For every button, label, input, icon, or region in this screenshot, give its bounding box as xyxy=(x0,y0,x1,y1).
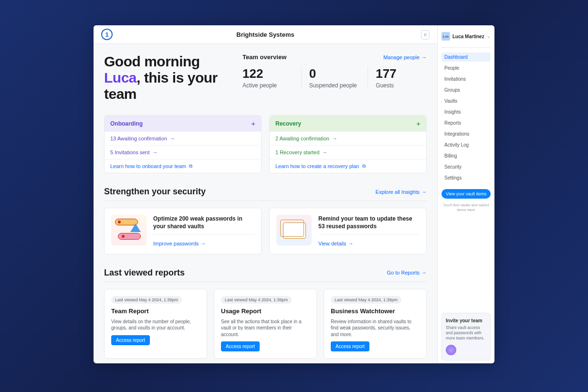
nav-vaults[interactable]: Vaults xyxy=(441,96,491,106)
explore-insights-link[interactable]: Explore all Insights → xyxy=(376,189,427,195)
avatar: Lm xyxy=(441,32,450,41)
goto-reports-link[interactable]: Go to Reports → xyxy=(387,270,427,275)
access-report-button[interactable]: Access report xyxy=(221,341,260,351)
onboarding-add-button[interactable]: + xyxy=(251,119,255,127)
onboarding-card: Onboarding + 13 Awaiting confirmation → … xyxy=(104,115,262,173)
nav-people[interactable]: People xyxy=(441,64,491,73)
arrow-right-icon: → xyxy=(421,189,427,195)
nav-insights[interactable]: Insights xyxy=(441,107,491,117)
access-report-button[interactable]: Access report xyxy=(331,341,369,351)
recovery-title: Recovery xyxy=(275,120,301,127)
stat-suspended: 0 Suspended people xyxy=(302,66,368,89)
nav-activity-log[interactable]: Activity Log xyxy=(441,140,491,149)
external-link-icon: ⧉ xyxy=(362,163,366,169)
manage-people-link[interactable]: Manage people → xyxy=(383,54,427,60)
arrow-right-icon: → xyxy=(421,54,427,60)
view-vault-items-button[interactable]: View your vault items xyxy=(441,189,491,199)
nav-security[interactable]: Security xyxy=(441,162,491,171)
report-card-watchtower: Last viewed May 4 2024, 1:39pm Business … xyxy=(324,289,427,359)
greeting-line1: Good morning xyxy=(104,53,200,69)
arrow-right-icon: → xyxy=(322,149,327,155)
recovery-row-started[interactable]: 1 Recovery started → xyxy=(270,145,426,159)
nav-settings[interactable]: Settings xyxy=(441,173,491,182)
report-card-team: Last viewed May 4 2024, 1:39pm Team Repo… xyxy=(104,289,207,359)
nav-dashboard[interactable]: Dashboard xyxy=(441,53,491,62)
arrow-right-icon: → xyxy=(348,241,354,246)
greeting: Good morning Luca, this is your team xyxy=(104,53,223,102)
logo-icon: 1 xyxy=(101,29,113,40)
reports-title: Last viewed reports xyxy=(104,268,185,278)
user-menu[interactable]: Lm Luca Martinez ⌄ xyxy=(441,32,491,41)
onboarding-row-awaiting[interactable]: 13 Awaiting confirmation → xyxy=(105,131,261,145)
greeting-name: Luca xyxy=(104,70,136,85)
onboarding-title: Onboarding xyxy=(110,120,143,127)
arrow-right-icon: → xyxy=(332,136,337,141)
header: 1 Brightside Systems 0 xyxy=(94,25,437,44)
people-icon xyxy=(446,345,456,355)
vault-hint: You'll find vaults and saved items here xyxy=(441,203,491,213)
report-card-usage: Last viewed May 4 2024, 1:39pm Usage Rep… xyxy=(214,289,317,359)
recovery-add-button[interactable]: + xyxy=(416,119,420,127)
nav-reports[interactable]: Reports xyxy=(441,118,491,127)
onboarding-learn-link[interactable]: Learn how to onboard your team ⧉ xyxy=(105,159,261,173)
nav-groups[interactable]: Groups xyxy=(441,85,491,95)
last-viewed-badge: Last viewed May 4 2024, 1:39pm xyxy=(221,296,292,304)
last-viewed-badge: Last viewed May 4 2024, 1:39pm xyxy=(111,296,182,304)
arrow-right-icon: → xyxy=(153,149,158,155)
invite-team-card[interactable]: Invite your team Share vault access and … xyxy=(441,313,491,360)
notification-badge[interactable]: 0 xyxy=(421,30,430,40)
insight-reused-passwords: Remind your team to update these 53 reus… xyxy=(269,208,427,254)
recovery-card: Recovery + 2 Awaiting confirmation → 1 R… xyxy=(269,115,427,173)
security-title: Strengthen your security xyxy=(104,187,206,197)
improve-passwords-link[interactable]: Improve passwords → xyxy=(153,241,206,246)
recovery-learn-link[interactable]: Learn how to create a recovery plan ⧉ xyxy=(270,159,426,173)
external-link-icon: ⧉ xyxy=(189,163,192,169)
stat-guests: 177 Guests xyxy=(368,66,427,89)
view-details-link[interactable]: View details → xyxy=(318,241,354,246)
recovery-row-awaiting[interactable]: 2 Awaiting confirmation → xyxy=(270,131,426,145)
weak-password-icon xyxy=(111,215,147,245)
nav-invitations[interactable]: Invitations xyxy=(441,74,491,84)
arrow-right-icon: → xyxy=(170,136,175,141)
overview-title: Team overview xyxy=(242,53,286,61)
nav-integrations[interactable]: Integrations xyxy=(441,129,491,138)
insight-weak-passwords: Optimize 200 weak passwords in your shar… xyxy=(104,208,262,254)
stat-active: 122 Active people xyxy=(242,66,302,89)
nav-billing[interactable]: Billing xyxy=(441,151,491,160)
onboarding-row-invitations[interactable]: 5 Invitations sent → xyxy=(105,145,261,159)
reused-password-icon xyxy=(276,215,312,245)
org-name: Brightside Systems xyxy=(236,31,294,38)
sidebar: Lm Luca Martinez ⌄ Dashboard People Invi… xyxy=(437,25,494,363)
arrow-right-icon: → xyxy=(200,241,206,246)
last-viewed-badge: Last viewed May 4 2024, 1:39pm xyxy=(331,296,401,304)
access-report-button[interactable]: Access report xyxy=(111,335,150,345)
arrow-right-icon: → xyxy=(421,270,427,275)
chevron-down-icon: ⌄ xyxy=(487,34,491,39)
